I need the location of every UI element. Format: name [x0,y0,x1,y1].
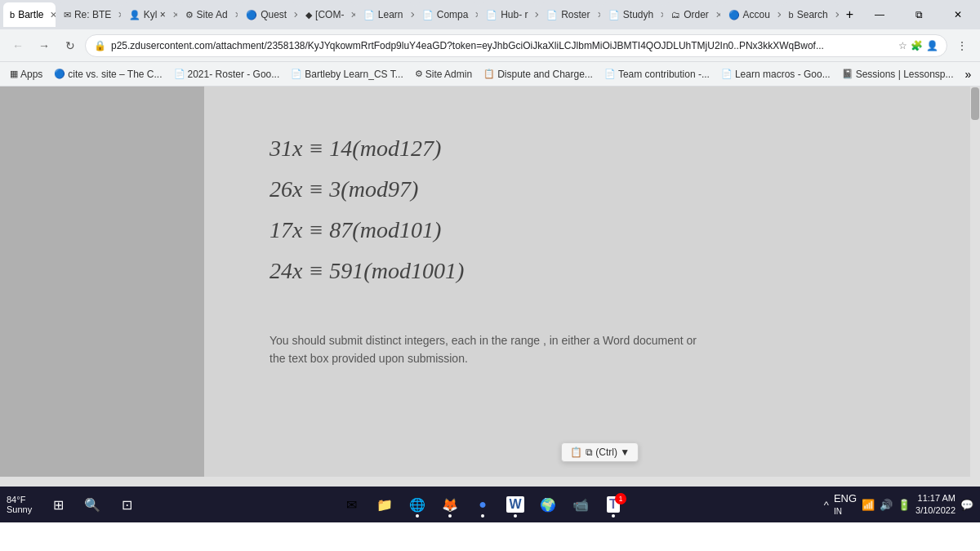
tab-search-icon: b [789,10,794,20]
tab-bartleby-close[interactable]: ✕ [50,10,55,20]
tab-com[interactable]: ◆ [COM- ✕ [299,2,355,27]
taskbar-app-teams[interactable]: T 1 [599,490,628,519]
taskbar-app-camera[interactable]: 📹 [566,490,595,519]
taskbar-app-mail[interactable]: ✉ [337,490,367,519]
bookmark-star-icon[interactable]: ☆ [898,40,907,51]
tab-hub-close[interactable]: ✕ [534,10,538,20]
profile-icon[interactable]: 👤 [926,40,938,51]
chevron-up-icon[interactable]: ^ [824,499,829,511]
tab-account[interactable]: 🔵 Accou ✕ [722,2,781,27]
menu-button[interactable]: ⋮ [951,34,973,57]
bookmark-cite[interactable]: 🔵 cite vs. site – The C... [49,66,167,82]
address-text: p25.zdusercontent.com/attachment/2358138… [111,40,893,51]
tab-hub[interactable]: 📄 Hub- r ✕ [479,2,538,27]
bookmark-sessions-label: Sessions | Lessonsp... [856,69,954,80]
tab-com-icon: ◆ [305,10,312,20]
back-button[interactable]: ← [7,34,29,57]
tab-bartleby-icon: b [10,10,15,20]
bookmark-macros-label: Learn macros - Goo... [735,69,831,80]
taskview-button[interactable]: ⊡ [112,490,141,519]
bookmark-dispute-label: Dispute and Charge... [497,69,593,80]
tab-roster-close[interactable]: ✕ [597,10,600,20]
teams-dot [612,514,615,518]
tab-compa-label: Compa [437,9,469,20]
bookmarks-more-button[interactable]: » [960,66,977,82]
notification-icon[interactable]: 💬 [960,499,973,511]
close-button[interactable]: ✕ [939,0,977,29]
tab-com-close[interactable]: ✕ [350,10,354,20]
tab-bartleby[interactable]: b Bartle ✕ [3,2,56,27]
tab-gmail[interactable]: ✉ Re: BTE ✕ [57,2,121,27]
bookmark-sessions[interactable]: 📓 Sessions | Lessonsp... [837,66,959,82]
reload-button[interactable]: ↻ [59,34,82,57]
scrollbar-right[interactable] [970,87,980,487]
tab-learn-close[interactable]: ✕ [410,10,414,20]
new-tab-button[interactable]: + [840,3,859,26]
battery-icon[interactable]: 🔋 [898,499,911,511]
tab-quest[interactable]: 🔵 Quest ✕ [239,2,297,27]
lang-label[interactable]: ENGIN [834,492,857,517]
macros-icon: 📄 [721,69,733,79]
tab-site-admin[interactable]: ⚙ Site Ad ✕ [179,2,238,27]
tab-gmail-label: Re: BTE [74,9,111,20]
camera-icon: 📹 [572,497,589,513]
tab-search-close[interactable]: ✕ [835,10,839,20]
bookmark-bartleby[interactable]: 📄 Bartleby Learn_CS T... [286,66,408,82]
tab-hub-icon: 📄 [486,10,497,20]
tab-kyle-close[interactable]: ✕ [172,10,177,20]
titlebar: b Bartle ✕ ✉ Re: BTE ✕ 👤 Kyl × ✕ ⚙ Site … [0,0,980,29]
tab-site-close[interactable]: ✕ [234,10,238,20]
bookmark-dispute[interactable]: 📋 Dispute and Charge... [479,66,598,82]
tab-order-close[interactable]: ✕ [715,10,720,20]
bookmark-site-admin[interactable]: ⚙ Site Admin [410,66,477,82]
submission-line-1: You should submit distinct integers, eac… [270,334,697,347]
tab-study-close[interactable]: ✕ [660,10,663,20]
search-button[interactable]: 🔍 [78,490,107,519]
tab-bartleby-label: Bartle [18,9,43,20]
address-bar[interactable]: 🔒 p25.zdusercontent.com/attachment/23581… [85,34,947,57]
taskbar-app-explorer[interactable]: 📁 [370,490,399,519]
taskbar-app-chrome[interactable]: ● [468,490,497,519]
math-line-3: 17x ≡ 87(mod101) [270,217,441,243]
bookmark-macros[interactable]: 📄 Learn macros - Goo... [716,66,835,82]
extensions-icon[interactable]: 🧩 [911,40,923,51]
start-button[interactable]: ⊞ [43,490,73,519]
tab-kyle[interactable]: 👤 Kyl × ✕ [122,2,177,27]
tab-order[interactable]: 🗂 Order ✕ [665,2,719,27]
tab-search[interactable]: b Search ✕ [782,2,839,27]
bookmark-roster[interactable]: 📄 2021- Roster - Goo... [169,66,285,82]
weather-widget[interactable]: 84°F Sunny [7,495,32,514]
document-area: 31x ≡ 14(mod127) 26x ≡ 3(mod97) 17x ≡ 87… [204,87,980,487]
tab-compa-icon: 📄 [422,10,434,20]
tab-roster[interactable]: 📄 Roster ✕ [540,2,600,27]
bookmarks-bar: ▦ Apps 🔵 cite vs. site – The C... 📄 2021… [0,62,980,87]
scrollbar-bottom[interactable] [0,477,970,487]
bookmark-apps[interactable]: ▦ Apps [5,66,47,82]
tab-kyle-label: Kyl × [144,9,166,20]
tab-learn[interactable]: 📄 Learn ✕ [357,2,414,27]
time-display[interactable]: 11:17 AM 3/10/2022 [915,492,956,518]
tab-compa-close[interactable]: ✕ [474,10,478,20]
taskbar-app-firefox[interactable]: 🦊 [435,490,465,519]
taskbar-app-earth[interactable]: 🌍 [533,490,563,519]
bookmark-bartleby-label: Bartleby Learn_CS T... [305,69,403,80]
taskbar-app-edge[interactable]: 🌐 [403,490,432,519]
restore-button[interactable]: ⧉ [900,0,938,29]
cite-icon: 🔵 [54,69,65,79]
tab-gmail-close[interactable]: ✕ [118,10,120,20]
bookmark-apps-label: Apps [20,69,42,80]
forward-button[interactable]: → [33,34,56,57]
tab-study[interactable]: 📄 Studyh ✕ [602,2,663,27]
ctrl-popup[interactable]: 📋 ⧉ (Ctrl) ▼ [561,442,639,462]
sound-icon[interactable]: 🔊 [880,499,893,511]
minimize-button[interactable]: — [861,0,898,29]
tab-quest-close[interactable]: ✕ [293,10,297,20]
tab-account-close[interactable]: ✕ [777,10,781,20]
scrollbar-thumb-right[interactable] [971,87,979,120]
bookmark-site-admin-label: Site Admin [425,69,472,80]
wifi-icon[interactable]: 📶 [862,499,875,511]
tab-compa[interactable]: 📄 Compa ✕ [416,2,478,27]
taskbar-app-word[interactable]: W [501,490,530,519]
tab-study-icon: 📄 [608,10,620,20]
bookmark-team[interactable]: 📄 Team contribution -... [599,66,715,82]
